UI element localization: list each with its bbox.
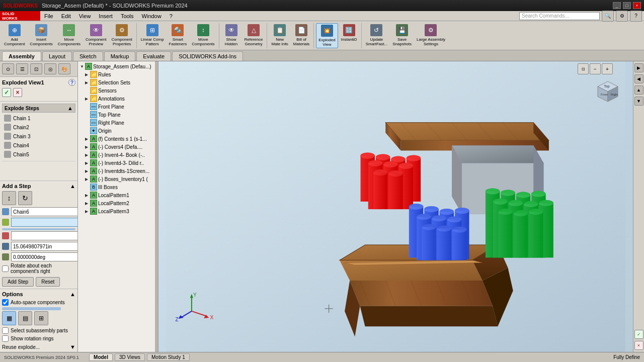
tree-item-origin[interactable]: ✦ Origin xyxy=(84,127,154,135)
search-input[interactable]: Search Commands... xyxy=(519,12,600,20)
status-tab-model[interactable]: Model xyxy=(89,353,113,361)
tree-item-lp2[interactable]: ▶ A LocalPattern2 xyxy=(84,199,154,207)
menu-file[interactable]: File xyxy=(40,12,57,20)
search-button[interactable]: 🔍 xyxy=(602,11,614,22)
add-step-header[interactable]: Add a Step ▲ xyxy=(2,183,75,189)
opt-icon-2[interactable]: ▤ xyxy=(18,311,32,325)
save-snapshots-button[interactable]: 💾 SaveSnapshots xyxy=(390,23,414,48)
tree-item-contents[interactable]: ▶ A (f) Contents s 1 (s-1... xyxy=(84,135,154,143)
large-assembly-button[interactable]: ⚙ Large AssemblySettings xyxy=(415,23,447,48)
explode-mode-icon[interactable]: ↕ xyxy=(2,191,16,205)
move-components-button[interactable]: ↔ MoveComponents xyxy=(56,23,83,48)
tree-item-boxes[interactable]: ▶ A (-) Boxes_Inventory1 ( xyxy=(84,175,154,183)
confirm-check-button[interactable]: ✓ xyxy=(2,88,11,97)
minimize-button[interactable]: _ xyxy=(613,2,621,9)
opt-icon-1[interactable]: ▦ xyxy=(2,311,16,325)
step-chain5[interactable]: Chain5 xyxy=(2,150,75,159)
options-header[interactable]: Options ▲ xyxy=(2,291,75,297)
smart-fasteners-button[interactable]: 🔩 SmartFasteners xyxy=(167,23,189,48)
tab-layout[interactable]: Layout xyxy=(42,51,72,61)
panel-btn-5[interactable]: 🎨 xyxy=(58,63,70,74)
tree-root[interactable]: ▼ A Storage_Assem (Defau...) xyxy=(79,62,154,70)
opt-icon-3[interactable]: ⊞ xyxy=(34,311,48,325)
step-name-input[interactable] xyxy=(11,207,78,216)
orientation-cube[interactable]: Top Front Right xyxy=(593,76,618,102)
tree-item-annotations[interactable]: ▶ 📁 Annotations xyxy=(84,95,154,103)
angle-input[interactable] xyxy=(11,252,78,261)
bom-button[interactable]: 📄 Bill ofMaterials xyxy=(291,23,311,48)
insert-components-button[interactable]: 📦 InsertComponents xyxy=(28,23,54,48)
linear-pattern-button[interactable]: ⊞ Linear CompPattern xyxy=(139,23,166,48)
tree-item-boxes2[interactable]: B III Boxes xyxy=(84,183,154,191)
step-chain3[interactable]: Chain 3 xyxy=(2,132,75,141)
tab-markup[interactable]: Markup xyxy=(104,51,136,61)
direction-input[interactable] xyxy=(11,231,78,240)
exploded-view-button[interactable]: 💥 ExplodedView xyxy=(316,23,338,48)
rpanel-btn-4[interactable]: ▼ xyxy=(634,97,643,106)
tree-item-lp3[interactable]: ▶ A LocalPattern3 xyxy=(84,207,154,215)
add-component-button[interactable]: ⊕ AddComponent xyxy=(2,23,27,48)
step-chain1[interactable]: Chain 1 xyxy=(2,114,75,123)
tree-item-top-plane[interactable]: — Top Plane xyxy=(84,111,154,119)
update-smartfast-button[interactable]: ↺ UpdateSmartFast... xyxy=(364,23,390,48)
menu-tools[interactable]: Tools xyxy=(117,12,138,20)
tree-item-lp1[interactable]: ▶ A LocalPattern1 xyxy=(84,191,154,199)
step-chain2[interactable]: Chain2 xyxy=(2,123,75,132)
tab-assembly[interactable]: Assembly xyxy=(2,51,41,61)
rpanel-check-button[interactable]: ✓ xyxy=(634,330,643,339)
tree-item-covers[interactable]: ▶ A (-) Covers4 (Defa.... xyxy=(84,143,154,151)
viewport-fit-button[interactable]: ⊡ xyxy=(578,63,589,74)
component-preview-button[interactable]: 👁 ComponentPreview xyxy=(84,23,108,48)
step-chain4[interactable]: Chain4 xyxy=(2,141,75,150)
tree-item-right-plane[interactable]: — Right Plane xyxy=(84,119,154,127)
3d-viewport[interactable]: ↖ ↻ 🔍 ✋ □ ■ ⊡ ⊘ ◐ 💡 📷 xyxy=(158,61,633,352)
explode-steps-header[interactable]: Explode Steps ▲ xyxy=(2,104,75,113)
tree-item-rules[interactable]: ▶ 📁 Rules xyxy=(84,70,154,78)
rotate-mode-icon[interactable]: ↻ xyxy=(18,191,32,205)
distance-input[interactable] xyxy=(11,242,78,251)
rpanel-btn-2[interactable]: ◀ xyxy=(634,74,643,83)
resize-handle[interactable] xyxy=(155,61,158,352)
show-rotation-checkbox[interactable] xyxy=(2,335,9,342)
move-comp2-button[interactable]: ↕ MoveComponents xyxy=(190,23,216,48)
component-props-button[interactable]: ⚙ ComponentProperties xyxy=(109,23,134,48)
tree-item-front-plane[interactable]: — Front Plane xyxy=(84,103,154,111)
close-button[interactable]: × xyxy=(633,2,641,9)
menu-window[interactable]: Window xyxy=(138,12,166,20)
tree-item-sensors[interactable]: 📁 Sensors xyxy=(84,86,154,95)
tree-item-inventdts[interactable]: ▶ A (-) Inventdts-1Screen... xyxy=(84,167,154,175)
ref-geometry-button[interactable]: △ ReferenceGeometry xyxy=(243,23,265,48)
tree-item-inventd3[interactable]: ▶ A (-) Inventd-3- Dilid r.. xyxy=(84,159,154,167)
menu-help[interactable]: ? xyxy=(166,12,177,20)
reuse-arrow[interactable]: ▼ xyxy=(70,344,75,350)
viewport-zoom-in-button[interactable]: + xyxy=(602,63,613,74)
add-step-button[interactable]: Add Step xyxy=(2,277,34,287)
panel-btn-3[interactable]: ⊡ xyxy=(30,63,42,74)
select-subassembly-checkbox[interactable] xyxy=(2,327,9,334)
tree-item-invent4[interactable]: ▶ A (-) Invent-4- Book (-.. xyxy=(84,151,154,159)
panel-btn-2[interactable]: ☰ xyxy=(16,63,28,74)
instantid-button[interactable]: 🔢 InstantiD xyxy=(339,23,359,48)
component-input[interactable] xyxy=(11,218,78,227)
tab-sketch[interactable]: Sketch xyxy=(73,51,103,61)
reset-button[interactable]: Reset xyxy=(36,277,60,287)
panel-btn-4[interactable]: ◎ xyxy=(44,63,56,74)
tree-item-selsets[interactable]: ▶ 📁 Selection Sets xyxy=(84,78,154,86)
rpanel-btn-3[interactable]: ▲ xyxy=(634,85,643,95)
auto-space-checkbox[interactable] xyxy=(2,299,9,306)
show-hidden-button[interactable]: 👁 ShowHidden xyxy=(221,23,242,48)
menu-edit[interactable]: Edit xyxy=(57,12,75,20)
tab-evaluate[interactable]: Evaluate xyxy=(136,51,171,61)
confirm-close-button[interactable]: × xyxy=(13,88,22,97)
help-icon-btn[interactable]: ? xyxy=(630,11,642,22)
rpanel-close-button[interactable]: × xyxy=(634,341,643,350)
rpanel-btn-1[interactable]: ▶ xyxy=(634,63,643,72)
menu-insert[interactable]: Insert xyxy=(95,12,117,20)
status-tab-3dviews[interactable]: 3D Views xyxy=(115,353,145,361)
new-mate-button[interactable]: 📋 NewMate Info xyxy=(269,23,290,48)
status-tab-motion[interactable]: Motion Study 1 xyxy=(147,353,190,361)
options-button[interactable]: ⚙ xyxy=(616,11,628,22)
panel-btn-1[interactable]: ⊙ xyxy=(2,63,14,74)
tab-addins[interactable]: SOLIDWORKS Add-Ins xyxy=(172,51,243,61)
maximize-button[interactable]: □ xyxy=(623,2,631,9)
